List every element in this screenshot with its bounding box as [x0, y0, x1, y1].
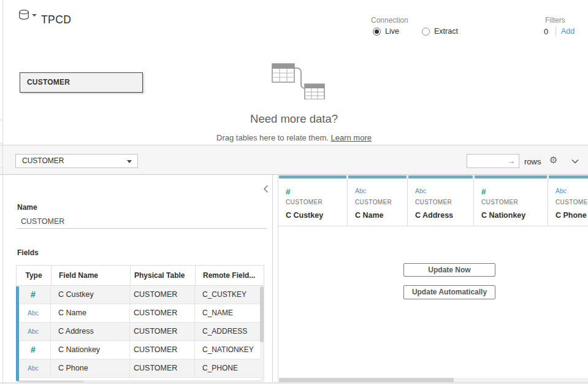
chevron-down-icon[interactable] [571, 159, 579, 164]
fields-label: Fields [17, 248, 39, 257]
physical-table-cell: CUSTOMER [130, 341, 195, 359]
column-field-name: C Phone [556, 211, 588, 220]
connection-label: Connection [371, 16, 408, 25]
field-row[interactable]: Abc C Phone CUSTOMER C_PHONE [16, 359, 264, 378]
empty-state-title: Need more data? [0, 112, 588, 126]
col-header-type[interactable]: Type [17, 266, 52, 285]
number-type-icon: # [31, 345, 36, 355]
column-field-name: C Name [355, 211, 407, 220]
grid-column-header[interactable]: # CUSTOMER C Custkey [278, 175, 347, 226]
update-now-button[interactable]: Update Now [403, 263, 495, 277]
field-name-cell: C Phone [51, 359, 130, 377]
col-header-physical-table[interactable]: Physical Table [131, 266, 196, 285]
col-header-remote-field[interactable]: Remote Field... [196, 266, 265, 285]
grid-column-header[interactable]: Abc CUSTOMER C Name [347, 175, 407, 226]
column-field-name: C Custkey [286, 211, 347, 220]
fields-table-header: Type Field Name Physical Table Remote Fi… [16, 265, 264, 286]
remote-field-cell: C_NATIONKEY [195, 341, 264, 359]
physical-table-cell: CUSTOMER [130, 286, 195, 304]
filters-count: 0 [544, 27, 548, 36]
database-menu-caret-icon[interactable] [32, 14, 37, 17]
fields-table-vertical-scrollbar[interactable] [260, 286, 264, 383]
col-header-field-name[interactable]: Field Name [52, 266, 131, 285]
column-table-name: CUSTOMER [286, 199, 347, 205]
string-type-icon: Abc [556, 187, 588, 196]
grid-horizontal-scrollbar[interactable] [279, 378, 588, 382]
grid-column-header[interactable]: # CUSTOMER C Nationkey [473, 175, 548, 226]
update-automatically-button[interactable]: Update Automatically [403, 285, 495, 299]
field-row[interactable]: # C Custkey CUSTOMER C_CUSTKEY [16, 286, 264, 304]
collapse-panel-icon[interactable] [263, 185, 269, 193]
filters-add-link[interactable]: Add [561, 27, 575, 36]
physical-table-cell: CUSTOMER [130, 323, 195, 340]
grid-column-header[interactable]: Abc CUSTOMER C Address [407, 175, 473, 226]
canvas-table-label: CUSTOMER [20, 73, 142, 91]
string-type-icon: Abc [28, 309, 39, 317]
rows-label: rows [524, 157, 541, 166]
rail-tick [0, 143, 3, 144]
radio-live[interactable] [373, 28, 381, 36]
empty-state-hint: Drag tables here to relate them. Learn m… [0, 133, 588, 142]
grid-column-header[interactable]: Abc CUSTOMER C Phone [548, 175, 588, 226]
name-input-underline [17, 228, 267, 229]
database-icon[interactable] [18, 9, 30, 21]
column-table-name: CUSTOMER [415, 199, 473, 205]
string-type-icon: Abc [355, 187, 407, 196]
column-table-name: CUSTOMER [556, 199, 588, 205]
field-row[interactable]: Abc C Address CUSTOMER C_ADDRESS [16, 323, 264, 341]
number-type-icon: # [31, 290, 36, 299]
column-table-name: CUSTOMER [355, 199, 407, 205]
grid-header-divider [278, 226, 588, 226]
field-row[interactable]: Abc C Name CUSTOMER C_NAME [16, 304, 264, 323]
column-field-name: C Nationkey [481, 211, 548, 220]
radio-extract[interactable] [422, 28, 430, 36]
data-preview-grid: # CUSTOMER C Custkey Abc CUSTOMER C Name… [278, 175, 588, 384]
collapsed-left-pane-divider [2, 0, 3, 384]
column-table-name: CUSTOMER [481, 199, 548, 205]
scrollbar-thumb[interactable] [260, 286, 264, 342]
relate-tables-illustration-icon [265, 59, 330, 99]
radio-extract-label[interactable]: Extract [434, 27, 458, 36]
field-name-cell: C Name [51, 304, 130, 322]
remote-field-cell: C_CUSTKEY [195, 286, 264, 304]
rows-selected-accent-bar [16, 286, 19, 384]
remote-field-cell: C_PHONE [195, 359, 264, 377]
number-type-icon: # [481, 187, 548, 196]
string-type-icon: Abc [28, 364, 39, 372]
rail-tick [0, 167, 3, 168]
dropdown-caret-icon [127, 160, 132, 163]
rail-tick [0, 120, 3, 120]
column-field-name: C Address [415, 211, 473, 220]
data-source-page: TPCD Connection Live Extract Filters 0 A… [0, 0, 588, 384]
radio-live-label[interactable]: Live [385, 27, 399, 36]
physical-table-cell: CUSTOMER [130, 359, 195, 377]
fields-table: Type Field Name Physical Table Remote Fi… [16, 265, 264, 384]
remote-field-cell: C_NAME [195, 304, 264, 322]
field-name-cell: C Custkey [51, 286, 130, 304]
canvas-table-customer[interactable]: CUSTOMER [20, 72, 143, 93]
name-label: Name [17, 203, 37, 212]
table-select-dropdown[interactable]: CUSTOMER [15, 154, 138, 168]
string-type-icon: Abc [415, 187, 473, 196]
scrollbar-thumb[interactable] [279, 378, 454, 382]
physical-table-cell: CUSTOMER [130, 304, 195, 322]
enter-arrow-icon: → [507, 155, 515, 167]
filters-label: Filters [545, 16, 565, 25]
remote-field-cell: C_ADDRESS [195, 323, 264, 340]
gear-icon[interactable]: ⚙ [549, 155, 557, 166]
field-name-cell: C Address [51, 323, 130, 340]
rows-count-input[interactable]: → [467, 154, 519, 168]
name-input[interactable]: CUSTOMER [21, 217, 64, 226]
table-select-value: CUSTOMER [16, 155, 137, 167]
filters-divider [556, 26, 556, 36]
datasource-title[interactable]: TPCD [41, 13, 71, 26]
field-row[interactable]: # C Nationkey CUSTOMER C_NATIONKEY [16, 341, 264, 359]
learn-more-link[interactable]: Learn more [330, 133, 371, 142]
number-type-icon: # [286, 187, 347, 196]
field-name-cell: C Nationkey [51, 341, 130, 359]
drag-hint-text: Drag tables here to relate them. [216, 133, 329, 142]
string-type-icon: Abc [28, 328, 39, 335]
